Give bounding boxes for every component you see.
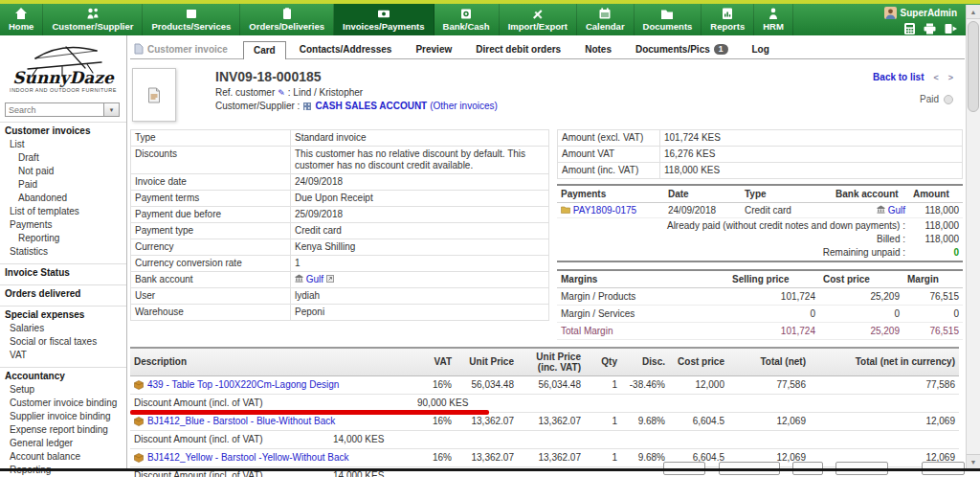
clipboard-icon [279, 7, 295, 20]
menu-bank-cash[interactable]: Bank/Cash [434, 4, 500, 35]
other-invoices-link[interactable]: (Other invoices) [430, 101, 498, 111]
scroll-down-button[interactable]: ▼ [967, 454, 980, 468]
table-row: Bank account Gulf [131, 272, 549, 288]
calculator-icon[interactable] [904, 23, 915, 34]
invoice-photo-box[interactable] [132, 68, 176, 122]
customer-link[interactable]: CASH SALES ACCOUNT [315, 101, 427, 111]
brand-tagline: INDOOR AND OUTDOOR FURNITURE [4, 87, 122, 93]
tab-contacts-addresses[interactable]: Contacts/Addresses [289, 40, 403, 58]
bank-icon [877, 205, 885, 214]
payments-summary-row: Billed :118,000 [557, 232, 963, 245]
menu-label: Invoices/Payments [343, 21, 425, 32]
menu-label: Calendar [586, 21, 625, 32]
edit-pencil-icon[interactable]: ✎ [278, 88, 285, 98]
sidebar-item-general-ledger[interactable]: General ledger [0, 437, 126, 450]
payment-bank-link[interactable]: Gulf [888, 205, 905, 216]
menu-home[interactable]: Home [0, 4, 43, 35]
table-row: TypeStandard invoice [131, 130, 549, 147]
sidebar-item-supplier-invoice-binding[interactable]: Supplier invoice binding [0, 410, 126, 423]
sidebar-heading-accountancy[interactable]: Accountancy [0, 367, 126, 383]
sidebar-item-draft[interactable]: Draft [0, 151, 126, 165]
menu-documents[interactable]: Documents [635, 4, 702, 35]
menu-hrm[interactable]: HRM [754, 4, 793, 35]
tab-log[interactable]: Log [742, 40, 780, 58]
sidebar-item-list[interactable]: List [0, 138, 126, 151]
sidebar-item-not-paid[interactable]: Not paid [0, 165, 126, 178]
search-dropdown-button[interactable]: ▾ [104, 102, 120, 117]
menu-invoices-payments[interactable]: Invoices/Payments [334, 4, 434, 35]
ref-customer-value: : Lind / Kristopher [288, 87, 363, 98]
menu-orders-deliveries[interactable]: Orders/Deliveries [240, 4, 334, 35]
sidebar-item-setup[interactable]: Setup [0, 383, 126, 397]
product-link[interactable]: 439 - Table Top -100X220Cm-Lagong Design [147, 379, 339, 391]
menu-products-services[interactable]: Products/Services [143, 4, 240, 35]
sidebar-heading-customer-invoices[interactable]: Customer invoices [0, 122, 126, 138]
margins-table: Margins Selling price Cost price Margin … [557, 269, 963, 340]
menu-reports[interactable]: Reports [702, 4, 754, 35]
vertical-scrollbar[interactable]: ▲ ▼ [966, 5, 980, 468]
sidebar-item-salaries[interactable]: Salaries [0, 322, 126, 335]
status-badge [944, 95, 953, 104]
sidebar-item-customer-invoice-binding[interactable]: Customer invoice binding [0, 397, 126, 410]
logout-icon[interactable] [945, 23, 957, 34]
pager-next[interactable]: > [948, 73, 953, 82]
table-row: Payment termsDue Upon Receipt [131, 191, 549, 207]
tools-icon [530, 7, 546, 20]
sidebar-item-reporting[interactable]: Reporting [0, 232, 126, 245]
table-row: WarehousePeponi [131, 305, 549, 321]
pager-prev[interactable]: < [933, 73, 938, 82]
sidebar: SunnyDaze INDOOR AND OUTDOOR FURNITURE ▾… [0, 35, 127, 469]
product-link[interactable]: BJ1412_Blue - Barstool - Blue-Without Ba… [147, 416, 335, 427]
scroll-up-button[interactable]: ▲ [967, 5, 980, 19]
products-box-icon [184, 7, 199, 20]
user-name[interactable]: SuperAdmin [901, 8, 957, 18]
tab-notes[interactable]: Notes [574, 40, 622, 58]
tab-card[interactable]: Card [243, 41, 286, 59]
external-link-icon[interactable] [326, 275, 334, 283]
sidebar-heading-orders-delivered[interactable]: Orders delivered [0, 284, 126, 301]
invoice-details-table: TypeStandard invoice DiscountsThis custo… [130, 129, 549, 321]
menu-import-export[interactable]: Import/Export [500, 4, 577, 35]
search-input[interactable] [5, 102, 104, 117]
tab-direct-debit-orders[interactable]: Direct debit orders [465, 40, 571, 58]
sidebar-item-vat[interactable]: VAT [0, 349, 126, 362]
total-margin-row: Total Margin 101,724 25,209 76,515 [557, 322, 963, 339]
line-row: BJ1412_Blue - Barstool - Blue-Without Ba… [130, 412, 959, 430]
tab-documents-pics[interactable]: Documents/Pics1 [625, 40, 739, 58]
sidebar-item-expense-report-binding[interactable]: Expense report binding [0, 423, 126, 437]
bank-account-link[interactable]: Gulf [306, 274, 323, 284]
menu-label: Bank/Cash [443, 21, 490, 32]
safe-icon [458, 7, 474, 20]
sidebar-item-paid[interactable]: Paid [0, 178, 126, 192]
people-icon [85, 7, 100, 20]
menu-calendar[interactable]: Calendar [577, 4, 635, 35]
sidebar-item-payments[interactable]: Payments [0, 218, 126, 232]
tab-preview[interactable]: Preview [405, 40, 462, 58]
user-box: SuperAdmin [884, 7, 957, 34]
payment-row: PAY1809-0175 24/09/2018 Credit card Gulf… [557, 203, 963, 218]
document-icon [147, 87, 161, 103]
invoice-header: INV09-18-000185 Ref. customer ✎ : Lind /… [130, 68, 965, 125]
menu-customer-supplier[interactable]: Customer/Supplier [43, 4, 143, 35]
scrollbar-thumb[interactable] [968, 21, 979, 112]
product-link[interactable]: BJ1412_Yellow - Barstool -Yellow-Without… [147, 452, 348, 464]
sidebar-item-abandoned[interactable]: Abandoned [0, 192, 126, 205]
discount-row: Discount Amount (incl. of VAT) 14,000 KE… [130, 430, 959, 448]
back-to-list-link[interactable]: Back to list [873, 72, 924, 82]
red-annotation-line [130, 410, 489, 415]
sidebar-heading-special-expenses[interactable]: Special expenses [0, 306, 126, 322]
margin-row: Margin / Products 101,724 25,209 76,515 [557, 287, 963, 305]
sidebar-item-list-of-templates[interactable]: List of templates [0, 205, 126, 218]
printer-icon[interactable] [924, 23, 936, 34]
product-cube-icon [134, 417, 144, 426]
bank-icon [295, 274, 303, 283]
menu-label: HRM [763, 21, 784, 32]
sidebar-item-account-balance[interactable]: Account balance [0, 450, 126, 464]
sidebar-item-statistics[interactable]: Statistics [0, 245, 126, 259]
payment-ref-link[interactable]: PAY1809-0175 [573, 205, 636, 216]
sidebar-item-social-fiscal-taxes[interactable]: Social or fiscal taxes [0, 335, 126, 349]
sidebar-heading-invoice-status[interactable]: Invoice Status [0, 263, 126, 280]
menu-label: Reports [710, 21, 745, 32]
menu-label: Orders/Deliveries [249, 21, 324, 32]
table-row: Userlydiah [131, 288, 549, 305]
